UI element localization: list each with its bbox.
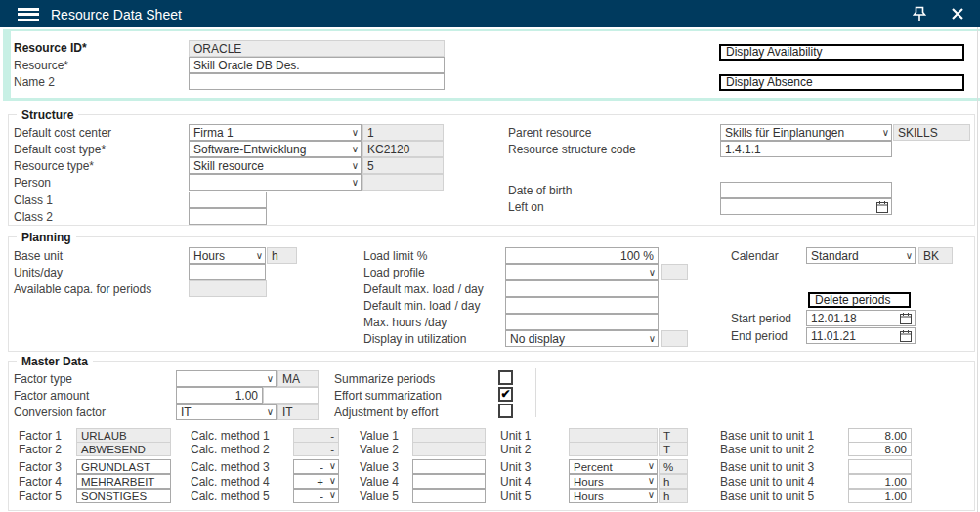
display-utilization-select[interactable]: No display∨ xyxy=(505,330,659,347)
factor3-field[interactable]: GRUNDLAST xyxy=(76,459,171,474)
person-select[interactable]: ∨ xyxy=(189,174,362,191)
menu-icon[interactable] xyxy=(18,8,39,21)
calendar-select[interactable]: Standard∨ xyxy=(806,247,916,264)
name2-field[interactable] xyxy=(189,73,445,90)
person-label: Person xyxy=(14,176,51,190)
calendar-icon[interactable] xyxy=(900,330,912,342)
factor-amount-extra-field[interactable] xyxy=(263,387,319,404)
calc-method3-select[interactable]: -∨ xyxy=(293,459,339,474)
units-day-field[interactable] xyxy=(189,264,266,280)
resource-name-field[interactable]: Skill Oracle DB Des. xyxy=(189,57,445,73)
default-cost-type-select[interactable]: Software-Entwicklung∨ xyxy=(189,141,362,157)
unit4-label: Unit 4 xyxy=(500,475,531,489)
parent-resource-select[interactable]: Skills für Einplanungen∨ xyxy=(720,124,892,141)
load-limit-label: Load limit % xyxy=(363,249,427,263)
calc-method2-field: - xyxy=(293,442,339,456)
display-availability-button[interactable]: Display Availability xyxy=(719,44,964,61)
base-unit4-field[interactable]: 1.00 xyxy=(848,474,912,489)
max-load-field[interactable] xyxy=(505,280,659,297)
value1-field xyxy=(412,428,486,443)
start-period-field[interactable]: 12.01.18 xyxy=(806,310,916,326)
end-period-label: End period xyxy=(731,329,788,343)
calc-method4-select[interactable]: +∨ xyxy=(293,474,339,489)
parent-resource-label: Parent resource xyxy=(508,126,591,140)
unit5-label: Unit 5 xyxy=(500,490,531,503)
max-hours-field[interactable] xyxy=(505,314,659,330)
base-unit-label: Base unit xyxy=(14,249,63,263)
class1-field[interactable] xyxy=(189,192,267,208)
start-period-label: Start period xyxy=(731,312,791,325)
unit5-select[interactable]: Hours∨ xyxy=(569,489,658,503)
structure-legend: Structure xyxy=(17,108,78,122)
base-unit2-field[interactable]: 8.00 xyxy=(848,442,912,456)
resource-type-code: 5 xyxy=(362,157,444,174)
display-absence-button[interactable]: Display Absence xyxy=(719,74,964,91)
adjustment-by-effort-checkbox[interactable] xyxy=(498,404,513,418)
unit4-code: h xyxy=(659,474,688,489)
chevron-down-icon: ∨ xyxy=(352,176,359,190)
unit4-select[interactable]: Hours∨ xyxy=(569,474,658,489)
factor-type-select[interactable]: ∨ xyxy=(176,370,277,387)
delete-periods-button[interactable]: Delete periods xyxy=(808,292,911,308)
unit3-select[interactable]: Percent∨ xyxy=(569,459,658,474)
chevron-down-icon: ∨ xyxy=(648,490,655,501)
resource-type-select[interactable]: Skill resource∨ xyxy=(189,157,362,174)
date-of-birth-field[interactable] xyxy=(720,182,892,198)
min-load-label: Default min. load / day xyxy=(363,299,480,313)
factor4-field[interactable]: MEHRARBEIT xyxy=(76,474,171,489)
load-limit-field[interactable]: 100 % xyxy=(505,247,659,264)
chevron-down-icon: ∨ xyxy=(329,475,336,487)
base-unit5-label: Base unit to unit 5 xyxy=(720,490,814,503)
base-unit1-field[interactable]: 8.00 xyxy=(848,428,912,443)
left-on-field[interactable] xyxy=(720,198,892,215)
name2-label: Name 2 xyxy=(14,75,55,89)
load-profile-select[interactable]: ∨ xyxy=(505,264,659,280)
calc-method5-select[interactable]: -∨ xyxy=(293,489,339,503)
end-period-field[interactable]: 11.01.21 xyxy=(806,327,916,344)
default-cost-type-label: Default cost type* xyxy=(14,143,106,156)
structure-code-field[interactable]: 1.4.1.1 xyxy=(720,141,892,157)
factor-amount-field[interactable]: 1.00 xyxy=(176,387,263,404)
conversion-factor-select[interactable]: IT∨ xyxy=(176,404,277,420)
base-unit5-field[interactable]: 1.00 xyxy=(848,489,912,503)
summarize-periods-checkbox[interactable] xyxy=(498,370,513,385)
factor-amount-label: Factor amount xyxy=(14,389,89,403)
factor-type-code: MA xyxy=(277,370,319,387)
min-load-field[interactable] xyxy=(505,297,659,314)
chevron-down-icon: ∨ xyxy=(267,372,274,386)
chevron-down-icon: ∨ xyxy=(352,126,359,140)
available-capa-field xyxy=(189,280,267,297)
value3-field[interactable] xyxy=(412,459,486,474)
window-title: Resource Data Sheet xyxy=(51,7,182,22)
base-unit4-label: Base unit to unit 4 xyxy=(720,475,814,489)
base-unit3-field[interactable] xyxy=(848,459,912,474)
chevron-down-icon: ∨ xyxy=(648,475,655,487)
calc-method5-label: Calc. method 5 xyxy=(191,490,270,503)
chevron-down-icon: ∨ xyxy=(649,266,656,279)
calendar-icon[interactable] xyxy=(900,313,912,324)
resource-type-label: Resource type* xyxy=(14,159,94,173)
close-icon[interactable] xyxy=(951,7,964,21)
value4-label: Value 4 xyxy=(360,475,399,489)
resource-id-field[interactable]: ORACLE xyxy=(189,40,445,57)
base-unit-select[interactable]: Hours∨ xyxy=(189,247,266,264)
unit1-code: T xyxy=(659,428,688,443)
value4-field[interactable] xyxy=(412,474,486,489)
max-load-label: Default max. load / day xyxy=(363,282,484,296)
chevron-down-icon: ∨ xyxy=(649,332,656,346)
class2-field[interactable] xyxy=(189,208,267,225)
calc-method1-field: - xyxy=(293,428,339,443)
default-cost-center-select[interactable]: Firma 1∨ xyxy=(189,124,362,141)
calc-method3-label: Calc. method 3 xyxy=(191,460,270,474)
factor5-field[interactable]: SONSTIGES xyxy=(76,489,171,503)
calendar-icon[interactable] xyxy=(876,201,888,213)
pin-icon[interactable] xyxy=(912,6,927,22)
base-unit3-label: Base unit to unit 3 xyxy=(720,460,814,474)
person-code xyxy=(362,174,444,191)
value5-field[interactable] xyxy=(412,489,486,503)
load-profile-code xyxy=(661,264,688,280)
unit5-code: h xyxy=(659,489,688,503)
effort-summarization-checkbox[interactable]: ✔ xyxy=(498,387,513,402)
conversion-factor-code: IT xyxy=(277,404,319,420)
unit3-code: % xyxy=(659,459,688,474)
